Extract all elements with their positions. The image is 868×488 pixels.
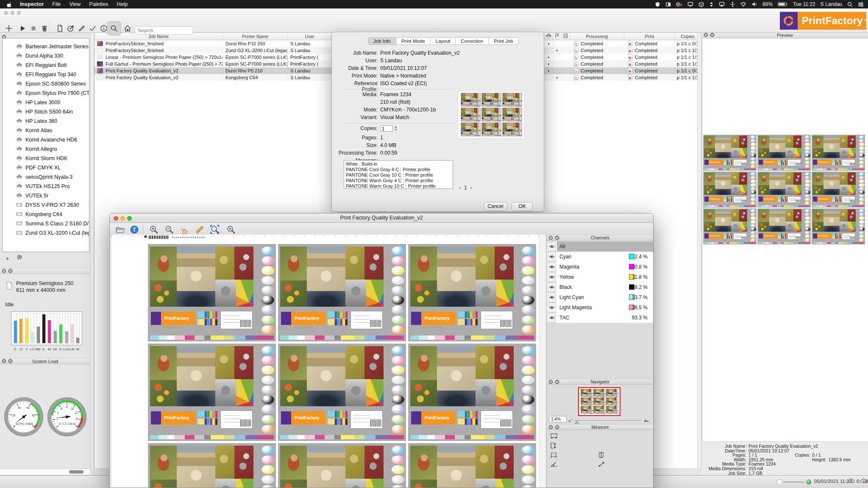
- eye-visibility-toggle[interactable]: [548, 313, 556, 323]
- horizontal-distance-tool[interactable]: [550, 433, 558, 441]
- tab-print-mode[interactable]: Print Mode: [396, 37, 431, 45]
- close-button[interactable]: [114, 216, 118, 221]
- shield-icon[interactable]: [655, 2, 660, 7]
- eye-visibility-toggle[interactable]: [548, 292, 556, 302]
- zoom-fit-tool[interactable]: [225, 224, 236, 235]
- display-icon[interactable]: [687, 2, 693, 7]
- page-next-button[interactable]: ›: [470, 185, 472, 191]
- tab-print-job[interactable]: Print Job: [489, 37, 518, 45]
- spotlight-icon[interactable]: [847, 2, 853, 7]
- channel-row-light-cyan[interactable]: Light Cyan33.7 %: [547, 292, 654, 302]
- eye-visibility-toggle[interactable]: [548, 302, 556, 313]
- diagonal-distance-tool[interactable]: [598, 461, 605, 469]
- channel-row-light-magenta[interactable]: Light Magenta36.5 %: [547, 302, 654, 313]
- printer-list-item[interactable]: VUTEk 5r: [3, 191, 89, 200]
- sidebar-scrollbar[interactable]: [90, 33, 94, 468]
- user-header[interactable]: User: [288, 33, 332, 40]
- volume-icon[interactable]: [751, 2, 757, 7]
- add-printer-button[interactable]: +: [6, 255, 9, 262]
- printer-list-item[interactable]: PDF CMYK XL: [3, 163, 89, 172]
- status-slider-thumb[interactable]: [776, 479, 782, 485]
- printer-list-item[interactable]: VUTEk HS125 Pro: [3, 182, 89, 191]
- zoom-in-large-icon[interactable]: [643, 416, 649, 424]
- cancel-button[interactable]: Cancel: [484, 202, 507, 211]
- rect-dimension-tool[interactable]: [598, 452, 605, 460]
- move-icon[interactable]: [730, 2, 735, 7]
- vertical-distance-tool[interactable]: [550, 442, 558, 451]
- printer-list-item[interactable]: Durst Alpha 330: [3, 51, 89, 61]
- eye-visibility-toggle[interactable]: [548, 262, 556, 272]
- eye-visibility-toggle[interactable]: [548, 241, 556, 252]
- printer-name-header[interactable]: Printer Name: [223, 33, 288, 40]
- zoom-out-tool[interactable]: [163, 224, 175, 235]
- apple-menu[interactable]: [6, 1, 11, 8]
- box-icon[interactable]: [698, 2, 704, 7]
- open-tool[interactable]: [114, 224, 125, 235]
- eye-visibility-toggle[interactable]: [548, 272, 556, 282]
- printer-list-item[interactable]: Zund G3 XL-3200 i-Cut (leg…: [3, 228, 89, 238]
- channel-row-magenta[interactable]: Magenta0.8 %: [547, 262, 654, 272]
- zoom-in-tool[interactable]: [148, 224, 159, 235]
- menu-inspector[interactable]: Inspector: [20, 1, 44, 7]
- processing-header[interactable]: Processing: [570, 33, 624, 40]
- ruler-tool[interactable]: [194, 224, 205, 235]
- status-slider-track[interactable]: [783, 482, 804, 482]
- printer-list-item[interactable]: swissQprint Nyala-3: [3, 172, 89, 182]
- eye-visibility-toggle[interactable]: [548, 282, 556, 292]
- menu-palettes[interactable]: Palettes: [89, 1, 108, 7]
- rect-area-tool[interactable]: [550, 452, 558, 460]
- zoom-out-small-icon[interactable]: [568, 416, 573, 424]
- copies-stepper[interactable]: ▲▼: [394, 125, 398, 132]
- channel-row-yellow[interactable]: Yellow11.8 %: [547, 272, 654, 282]
- preview-thumbnails[interactable]: PrintFactory Quality Evaluation PrintFac…: [703, 134, 867, 246]
- eye-visibility-toggle[interactable]: [548, 252, 556, 262]
- copies-header[interactable]: Copies: [675, 33, 701, 40]
- menu-clock[interactable]: Tue 11:22: [793, 1, 815, 7]
- window-zoom-button[interactable]: [17, 11, 21, 15]
- menu-help[interactable]: Help: [117, 1, 128, 7]
- printer-list-item[interactable]: EFI Reggiani Top 340: [3, 70, 89, 79]
- scrollbar-thumb[interactable]: [69, 470, 83, 474]
- channel-row-tac[interactable]: TAC93.3 %: [547, 313, 654, 323]
- print-header[interactable]: Print: [624, 33, 675, 40]
- menu-user[interactable]: S Landau: [821, 1, 842, 7]
- left-horizontal-scrollbar[interactable]: [0, 469, 90, 475]
- camera-icon[interactable]: [676, 2, 682, 7]
- printer-list-item[interactable]: Kornit Storm HD6: [3, 154, 89, 163]
- page-prev-button[interactable]: ‹: [459, 185, 461, 191]
- window-icon[interactable]: [665, 2, 671, 7]
- printer-list-item[interactable]: Kornit Atlas: [3, 126, 89, 135]
- printer-list-item[interactable]: EFI Reggiani Bolt: [3, 61, 89, 70]
- printer-list-item[interactable]: DYSS V-PRO X7 2630: [3, 200, 89, 210]
- printer-settings-gear-icon[interactable]: [16, 254, 23, 262]
- window-minimize-button[interactable]: [11, 11, 14, 15]
- info-tool[interactable]: i: [128, 224, 140, 235]
- updown-icon[interactable]: [709, 2, 714, 7]
- tab-correction[interactable]: Correction: [456, 37, 489, 45]
- printer-list-item[interactable]: Kongsberg C64: [3, 210, 89, 219]
- search-input[interactable]: [135, 26, 193, 35]
- tab-layout[interactable]: Layout: [431, 37, 456, 45]
- fan-icon[interactable]: [740, 2, 746, 7]
- navigator-viewport[interactable]: PrintFactory PrintFactory: [578, 387, 620, 416]
- menu-view[interactable]: View: [69, 1, 81, 7]
- angle-tool[interactable]: [550, 461, 558, 469]
- channel-row-all[interactable]: All: [547, 241, 654, 252]
- control-center-icon[interactable]: [858, 2, 864, 7]
- job-table-scrollbar[interactable]: [697, 33, 701, 468]
- printer-list-item[interactable]: Kornit Allegro: [3, 144, 89, 154]
- zoom-slider-track[interactable]: [575, 420, 642, 421]
- copies-input[interactable]: [380, 125, 393, 132]
- menu-file[interactable]: File: [52, 1, 61, 7]
- channel-row-black[interactable]: Black8.2 %: [547, 282, 654, 292]
- printer-list-item[interactable]: Kornit Avalanche HD6: [3, 135, 89, 144]
- printer-list-item[interactable]: Epson Stylus Pro 7900 (CT): [3, 89, 89, 98]
- printer-list-item[interactable]: Barberan Jetmaster Series: [3, 42, 89, 51]
- search-button[interactable]: [107, 21, 121, 36]
- minimize-button[interactable]: [120, 216, 125, 221]
- printer-list-item[interactable]: HP Latex 360: [3, 116, 89, 126]
- ok-button[interactable]: OK: [512, 202, 533, 211]
- canvas-vertical-scrollbar[interactable]: [540, 235, 545, 488]
- airplay-icon[interactable]: [719, 2, 725, 7]
- add-button[interactable]: [2, 21, 16, 36]
